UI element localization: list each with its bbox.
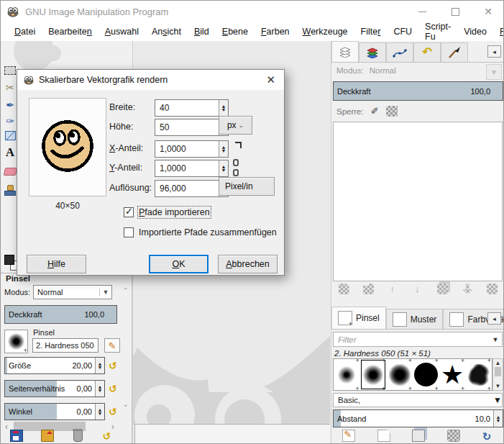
restore-settings-icon[interactable] — [41, 430, 54, 442]
slider-track[interactable]: Winkel0,00▲▼ — [4, 403, 105, 420]
y-ratio-label: Y-Anteil: — [109, 163, 142, 173]
perspective-tool[interactable] — [4, 129, 17, 142]
y-ratio-input[interactable]: 1,0000 ▲▼ — [155, 160, 229, 177]
ink-tool[interactable] — [4, 99, 17, 112]
edit-brush-button[interactable] — [104, 338, 120, 353]
brush-soft-large[interactable] — [386, 359, 413, 390]
delete-settings-icon[interactable] — [73, 430, 83, 442]
mode-label: Modus: — [4, 288, 30, 296]
dialog-titlebar[interactable]: Skalierbare Vektorgrafik rendern ✕ — [17, 70, 284, 90]
brush-star[interactable] — [439, 359, 466, 390]
save-settings-icon[interactable] — [10, 430, 23, 442]
brush-group-dropdown[interactable]: Basic, ▼ — [333, 393, 503, 407]
resolution-unit-button[interactable]: Pixel/in — [219, 177, 275, 196]
duplicate-brush-icon[interactable] — [412, 430, 425, 442]
spinner[interactable]: ▲▼ — [219, 100, 228, 116]
spacing-slider[interactable]: Abstand 10,0 ▲▼ — [333, 409, 503, 427]
resolution-input[interactable]: 96,000 ▲▼ — [155, 180, 229, 197]
tab-layers[interactable] — [331, 41, 359, 62]
slider-winkel[interactable]: Winkel0,00▲▼↺ — [4, 403, 117, 420]
brush-grid-scrollbar[interactable]: ▲ ▼ — [492, 358, 503, 391]
menu-video[interactable]: Video — [457, 24, 493, 39]
spinner[interactable]: ▲▼ — [95, 381, 104, 397]
active-brush-thumbnail[interactable]: + — [4, 330, 28, 353]
lock-alpha-icon[interactable] — [386, 106, 398, 117]
unit-dropdown-button[interactable]: px ⌄ — [219, 116, 252, 135]
spinner[interactable]: ▲▼ — [95, 404, 104, 420]
slider-track[interactable]: Seitenverhältnis0,00▲▼ — [4, 380, 105, 397]
paths-tool[interactable] — [4, 114, 17, 127]
brush-chaotic[interactable] — [465, 359, 492, 390]
brushes-dock-menu-button[interactable]: ◂ — [487, 312, 501, 325]
menu-ansicht[interactable]: Ansicht — [145, 24, 188, 39]
menu-datei[interactable]: Datei — [8, 24, 42, 39]
menu-ebene[interactable]: Ebene — [216, 24, 255, 39]
scroll-up-icon[interactable]: ▲ — [495, 359, 501, 367]
menu-werkzeuge[interactable]: Werkzeuge — [296, 24, 354, 39]
scroll-down-icon[interactable]: ▼ — [495, 382, 501, 390]
reset-settings-icon[interactable] — [102, 430, 114, 441]
menu-bild[interactable]: Bild — [188, 24, 216, 39]
window-title: GNU Image Manipulation Program — [25, 6, 168, 17]
layers-list[interactable] — [333, 122, 503, 281]
menu-cfu[interactable]: CFU — [387, 24, 418, 39]
layer-opacity-slider[interactable]: Deckkraft 100,0 ▲▼ — [333, 81, 503, 101]
spinner[interactable]: ▲▼ — [219, 160, 228, 176]
text-tool[interactable] — [4, 146, 17, 159]
slider-gre[interactable]: Größe20,00▲▼↺ — [4, 357, 117, 374]
brush-soft-small[interactable] — [334, 359, 360, 390]
rect-select-tool[interactable] — [4, 64, 17, 77]
height-input[interactable]: 50 ▲▼ — [155, 119, 229, 136]
import-paths-checkbox[interactable]: Pfade importieren — [124, 207, 210, 217]
delete-brush-icon — [447, 430, 460, 442]
tab-brushes[interactable]: Pinsel — [331, 307, 386, 329]
brush-filter-input[interactable]: Filter ▼ — [333, 332, 503, 347]
brush-shape — [414, 363, 438, 386]
edit-brush-icon[interactable] — [342, 430, 355, 442]
eraser-tool[interactable] — [4, 165, 17, 178]
width-input[interactable]: 40 ▲▼ — [155, 99, 229, 117]
brush-solid-circle[interactable] — [413, 359, 439, 390]
slider-seitenverhltnis[interactable]: Seitenverhältnis0,00▲▼↺ — [4, 380, 117, 397]
reset-icon[interactable]: ↺ — [109, 360, 117, 371]
menu-bearbeiten[interactable]: Bearbeiten — [42, 24, 98, 39]
opacity-slider[interactable]: Deckkraft 100,0 ▲▼ — [4, 305, 117, 324]
scissors-tool[interactable] — [4, 81, 17, 94]
tab-patterns[interactable]: Muster — [386, 309, 444, 329]
brush-name-field[interactable]: 2. Hardness 050 — [32, 338, 98, 353]
tab-undo-history[interactable]: ↶ — [413, 42, 441, 62]
help-button[interactable]: Hilfe — [27, 255, 86, 273]
spinner[interactable]: ▲▼ — [95, 358, 104, 373]
menu-scriptfu[interactable]: Script-Fu — [418, 19, 457, 44]
brush-soft-medium[interactable] — [360, 359, 387, 390]
spinner[interactable]: ▲▼ — [493, 410, 503, 427]
spinner[interactable]: ▲▼ — [219, 141, 228, 157]
menu-filter[interactable]: Filter — [354, 24, 388, 39]
dialog-close-icon[interactable]: ✕ — [266, 73, 275, 86]
refresh-brushes-icon[interactable] — [482, 430, 494, 441]
clone-tool[interactable] — [4, 184, 17, 196]
lock-pixels-icon[interactable]: ✐ — [371, 106, 379, 117]
paint-mode-dropdown[interactable]: Normal ▼ — [33, 285, 112, 299]
new-brush-icon[interactable] — [377, 430, 390, 442]
slider-track[interactable]: Größe20,00▲▼ — [4, 357, 105, 374]
tab-tools[interactable] — [441, 42, 468, 62]
brush-shape — [362, 364, 384, 386]
tab-channels[interactable] — [359, 42, 386, 62]
x-ratio-input[interactable]: 1,0000 ▲▼ — [155, 140, 229, 158]
merge-imported-paths-checkbox[interactable]: Importierte Pfade zusammenfügen — [124, 227, 277, 237]
menu-fenster[interactable]: Fenster — [493, 24, 504, 39]
dock-menu-button[interactable]: ◂ — [487, 45, 501, 58]
slider-label: Größe — [9, 361, 72, 370]
scrollbar-thumb[interactable] — [495, 367, 501, 376]
menu-farben[interactable]: Farben — [255, 24, 296, 39]
close-button[interactable]: ✕ — [472, 1, 504, 22]
tab-label: Pinsel — [356, 313, 380, 323]
ok-button[interactable]: OK — [149, 255, 209, 273]
menu-auswahl[interactable]: Auswahl — [98, 24, 145, 39]
reset-icon[interactable]: ↺ — [109, 383, 117, 394]
tab-paths[interactable] — [386, 42, 413, 62]
cancel-button[interactable]: Abbrechen — [218, 255, 278, 273]
reset-icon[interactable]: ↺ — [109, 406, 117, 417]
scroll-up-icon[interactable]: ⌃ — [123, 286, 129, 294]
